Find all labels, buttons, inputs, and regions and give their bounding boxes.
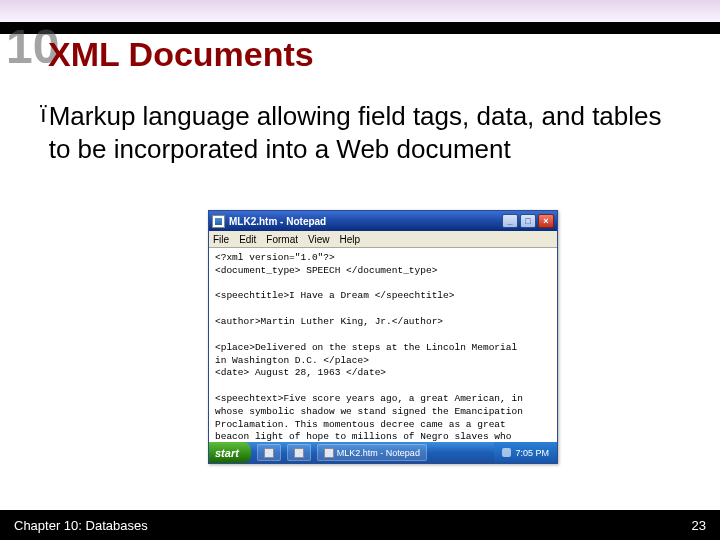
window-title: MLK2.htm - Notepad xyxy=(229,216,502,227)
menu-edit[interactable]: Edit xyxy=(239,234,256,245)
app-icon xyxy=(264,448,274,458)
taskbar-item[interactable] xyxy=(287,444,311,461)
menubar: File Edit Format View Help xyxy=(209,231,557,248)
notepad-window: MLK2.htm - Notepad _ □ × File Edit Forma… xyxy=(208,210,558,464)
menu-file[interactable]: File xyxy=(213,234,229,245)
tray-icon xyxy=(502,448,511,457)
body-text: Markup language allowing field tags, dat… xyxy=(49,100,690,165)
taskbar-item[interactable] xyxy=(257,444,281,461)
page-number: 23 xyxy=(692,518,706,533)
bullet-item: ï Markup language allowing field tags, d… xyxy=(40,100,690,165)
clock: 7:05 PM xyxy=(515,448,549,458)
close-button[interactable]: × xyxy=(538,214,554,228)
taskbar-item-notepad[interactable]: MLK2.htm - Notepad xyxy=(317,444,427,461)
slide-title: XML Documents xyxy=(48,35,314,74)
app-icon xyxy=(294,448,304,458)
editor-area[interactable]: <?xml version="1.0"?> <document_type> SP… xyxy=(209,248,557,444)
chapter-number: 10 xyxy=(6,24,36,70)
start-button[interactable]: start xyxy=(209,442,251,463)
taskbar: start MLK2.htm - Notepad 7:05 PM xyxy=(209,442,557,463)
slide-footer: Chapter 10: Databases 23 xyxy=(0,510,720,540)
app-icon xyxy=(324,448,334,458)
slide-content: ï Markup language allowing field tags, d… xyxy=(40,100,690,165)
menu-format[interactable]: Format xyxy=(266,234,298,245)
back-arrow-icon: ï xyxy=(40,100,47,129)
window-controls: _ □ × xyxy=(502,214,554,228)
notepad-icon xyxy=(212,215,225,228)
taskbar-item-label: MLK2.htm - Notepad xyxy=(337,448,420,458)
menu-view[interactable]: View xyxy=(308,234,330,245)
maximize-button[interactable]: □ xyxy=(520,214,536,228)
minimize-button[interactable]: _ xyxy=(502,214,518,228)
footer-left: Chapter 10: Databases xyxy=(14,518,148,533)
top-black-bar xyxy=(0,22,720,34)
system-tray[interactable]: 7:05 PM xyxy=(494,442,557,463)
menu-help[interactable]: Help xyxy=(340,234,361,245)
titlebar[interactable]: MLK2.htm - Notepad _ □ × xyxy=(209,211,557,231)
